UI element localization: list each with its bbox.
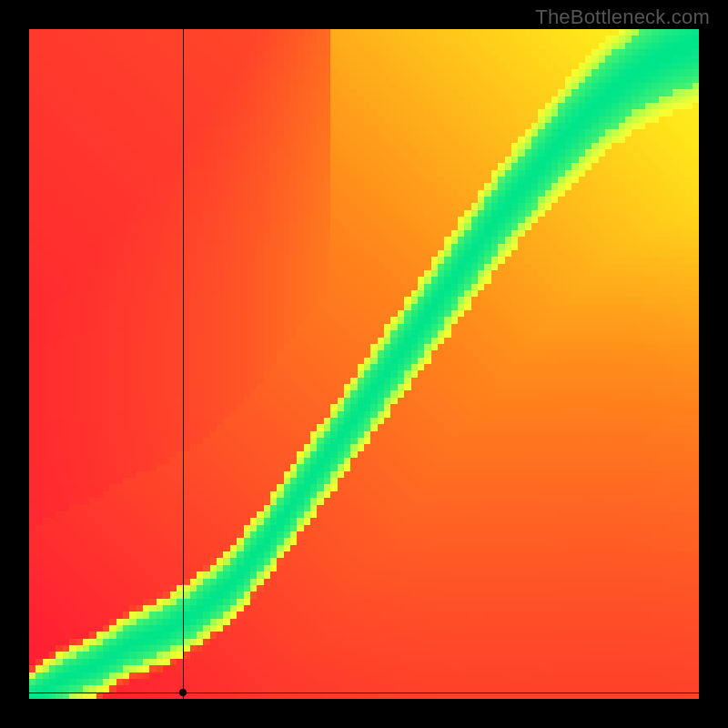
heatmap-canvas xyxy=(29,29,699,699)
chart-frame: TheBottleneck.com xyxy=(0,0,728,728)
heatmap-plot xyxy=(29,29,699,699)
marker-dot xyxy=(179,689,187,696)
crosshair-horizontal xyxy=(29,693,699,693)
watermark-text: TheBottleneck.com xyxy=(535,5,710,29)
crosshair-vertical xyxy=(183,29,184,699)
